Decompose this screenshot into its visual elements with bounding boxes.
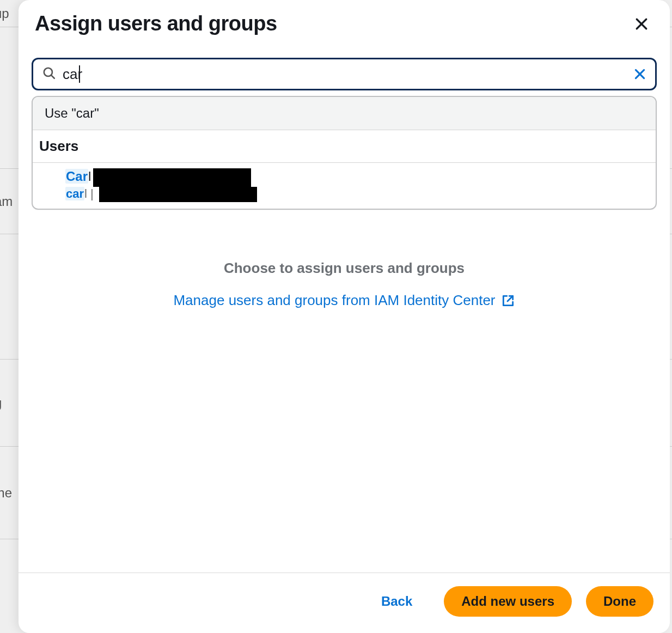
search-icon: [42, 66, 56, 82]
add-new-users-button[interactable]: Add new users: [444, 586, 572, 617]
assign-users-dialog: Assign users and groups car Use "car" Us…: [19, 0, 670, 633]
match-highlight: Car: [65, 169, 88, 184]
redacted-text: [93, 168, 251, 187]
close-button[interactable]: [630, 12, 653, 36]
match-highlight: car: [65, 187, 84, 200]
search-input[interactable]: car: [63, 65, 80, 83]
use-literal-label: Use "car": [45, 106, 99, 120]
x-icon: [633, 67, 647, 81]
use-literal-option[interactable]: Use "car": [33, 97, 656, 130]
search-suggestions: Use "car" Users Carl carl |: [32, 96, 657, 210]
user-username-line: carl |: [65, 187, 649, 202]
manage-users-link-label: Manage users and groups from IAM Identit…: [173, 292, 495, 309]
user-display-name: Carl: [65, 168, 649, 187]
empty-state-message: Choose to assign users and groups: [32, 260, 657, 277]
done-button-label: Done: [603, 594, 636, 609]
done-button[interactable]: Done: [586, 586, 653, 617]
svg-line-6: [507, 296, 512, 301]
external-link-icon: [501, 294, 515, 308]
clear-search-button[interactable]: [630, 64, 650, 84]
text-cursor: [79, 65, 80, 83]
dialog-title: Assign users and groups: [35, 12, 277, 35]
search-input-container[interactable]: car: [32, 58, 657, 90]
add-new-users-label: Add new users: [461, 594, 554, 609]
manage-users-link[interactable]: Manage users and groups from IAM Identit…: [173, 292, 515, 309]
empty-state: Choose to assign users and groups Manage…: [32, 260, 657, 309]
close-icon: [633, 16, 650, 32]
dialog-footer: Back Add new users Done: [19, 573, 670, 633]
svg-line-3: [51, 75, 54, 78]
dialog-body: car Use "car" Users Carl carl | Ch: [19, 36, 670, 573]
back-button[interactable]: Back: [364, 586, 430, 617]
back-button-label: Back: [381, 594, 412, 609]
user-suggestion[interactable]: Carl carl |: [33, 163, 656, 209]
redacted-text: [99, 187, 257, 202]
suggestions-section-users: Users: [33, 130, 656, 163]
dialog-header: Assign users and groups: [19, 0, 670, 36]
